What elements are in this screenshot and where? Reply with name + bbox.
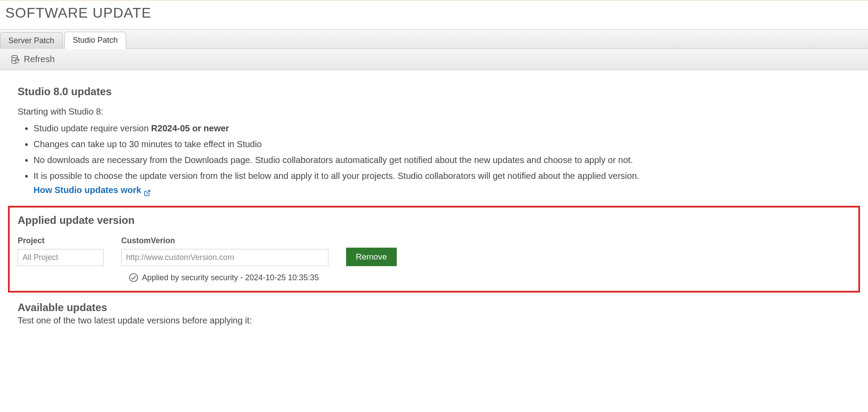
applied-status-row: Applied by security security - 2024-10-2… — [129, 271, 850, 284]
project-group: Project — [18, 234, 104, 266]
list-item: It is possible to choose the update vers… — [34, 169, 850, 197]
check-circle-icon — [129, 273, 138, 282]
custom-version-input[interactable] — [121, 249, 328, 266]
svg-point-0 — [12, 55, 18, 57]
svg-line-1 — [147, 190, 150, 193]
applied-form-row: Project CustomVerion Remove — [18, 234, 850, 266]
refresh-label: Refresh — [24, 54, 55, 64]
svg-point-2 — [130, 274, 138, 282]
refresh-button[interactable]: Refresh — [9, 53, 56, 65]
applied-version-box: Applied update version Project CustomVer… — [8, 206, 860, 293]
tab-server-patch[interactable]: Server Patch — [0, 32, 63, 49]
custom-version-group: CustomVerion — [121, 234, 328, 266]
toolbar: Refresh — [0, 49, 868, 70]
available-updates-heading: Available updates — [0, 301, 868, 314]
tab-studio-patch[interactable]: Studio Patch — [64, 32, 126, 49]
external-link-icon — [144, 186, 151, 193]
applied-status-text: Applied by security security - 2024-10-2… — [142, 271, 319, 284]
project-label: Project — [18, 234, 104, 247]
studio-bullet-list: Studio update require version R2024-05 o… — [18, 121, 850, 197]
database-refresh-icon — [11, 55, 20, 64]
bullet-text: It is possible to choose the update vers… — [34, 171, 639, 181]
page-title: SOFTWARE UPDATE — [0, 0, 868, 29]
available-updates-text: Test one of the two latest update versio… — [0, 314, 868, 330]
content-area: Studio 8.0 updates Starting with Studio … — [0, 70, 868, 300]
list-item: No downloads are necessary from the Down… — [34, 153, 850, 167]
project-input[interactable] — [18, 249, 104, 266]
studio-updates-heading: Studio 8.0 updates — [18, 83, 850, 100]
bullet-bold: R2024-05 or newer — [151, 123, 229, 133]
tab-bar: Server Patch Studio Patch — [0, 29, 868, 49]
applied-version-heading: Applied update version — [18, 212, 850, 229]
custom-version-label: CustomVerion — [121, 234, 328, 247]
studio-intro-text: Starting with Studio 8: — [18, 104, 850, 119]
bullet-text: Studio update require version — [34, 123, 151, 133]
remove-button[interactable]: Remove — [346, 248, 397, 266]
how-updates-work-link[interactable]: How Studio updates work — [34, 183, 151, 197]
list-item: Studio update require version R2024-05 o… — [34, 121, 850, 135]
list-item: Changes can take up to 30 minutes to tak… — [34, 137, 850, 151]
link-text: How Studio updates work — [34, 183, 141, 197]
